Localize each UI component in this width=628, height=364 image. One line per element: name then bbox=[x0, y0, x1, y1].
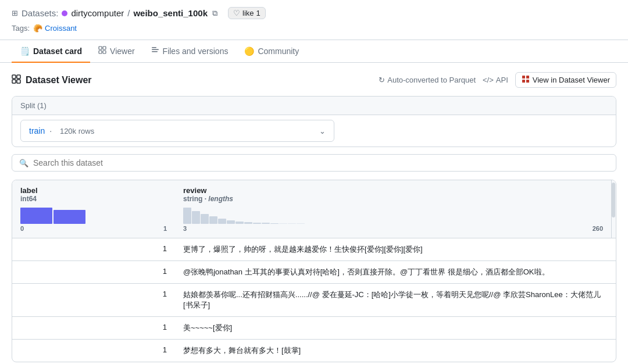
svg-rect-9 bbox=[12, 80, 16, 83]
tab-files-label: Files and versions bbox=[163, 47, 229, 56]
review-cell-3: 美~~~~~[爱你] bbox=[175, 317, 611, 340]
breadcrumb-sep: / bbox=[127, 8, 130, 18]
svg-rect-1 bbox=[103, 47, 106, 49]
review-axis-max: 260 bbox=[593, 225, 603, 232]
viewer-grid-icon bbox=[12, 74, 21, 86]
scrollbar-col bbox=[611, 180, 616, 238]
svg-rect-14 bbox=[526, 80, 529, 83]
rev-hist-10 bbox=[270, 223, 279, 224]
label-cell-3: 1 bbox=[12, 317, 175, 340]
label-value-4: 1 bbox=[163, 345, 167, 354]
dataset-viewer-header: Dataset Viewer ↻ Auto-converted to Parqu… bbox=[12, 72, 616, 88]
rev-hist-2 bbox=[201, 214, 209, 224]
table-row: 1 梦想有多大，舞台就有多大！[鼓掌] bbox=[12, 340, 616, 362]
row-scrollbar-4 bbox=[611, 340, 616, 362]
label-value-1: 1 bbox=[163, 267, 167, 276]
tag-croissant[interactable]: 🥐 Croissant bbox=[33, 24, 77, 33]
croissant-icon: 🥐 bbox=[33, 24, 42, 33]
rev-hist-0 bbox=[183, 208, 191, 224]
scrollbar-thumb[interactable] bbox=[612, 183, 615, 217]
split-name: train bbox=[29, 126, 45, 135]
col-review-type: string · lengths bbox=[183, 195, 603, 203]
viewer-icon bbox=[98, 46, 106, 56]
datasets-icon: ⊞ bbox=[12, 9, 18, 17]
search-bar: 🔍 bbox=[12, 154, 616, 172]
row-scrollbar-3 bbox=[611, 317, 616, 340]
review-histogram bbox=[183, 206, 603, 224]
svg-rect-10 bbox=[17, 80, 20, 83]
like-count: 1 bbox=[256, 9, 261, 17]
copy-icon[interactable]: ⧉ bbox=[212, 9, 217, 18]
svg-rect-0 bbox=[99, 47, 102, 49]
tab-viewer[interactable]: Viewer bbox=[90, 40, 143, 63]
breadcrumb-repo[interactable]: weibo_senti_100k bbox=[133, 8, 208, 18]
axis-max: 1 bbox=[163, 225, 167, 232]
col-header-review: review string · lengths bbox=[175, 180, 611, 238]
breadcrumb-user[interactable]: dirtycomputer bbox=[71, 8, 124, 18]
datasets-label: Datasets: bbox=[22, 8, 58, 18]
rev-hist-4 bbox=[218, 219, 226, 224]
view-in-dataset-viewer-button[interactable]: View in Dataset Viewer bbox=[515, 72, 616, 88]
tab-dataset-card-label: Dataset card bbox=[33, 47, 82, 56]
tab-dataset-card[interactable]: 🗒️ Dataset card bbox=[12, 41, 90, 63]
tag-name: Croissant bbox=[45, 24, 77, 33]
label-cell-0: 1 bbox=[12, 238, 175, 261]
rev-hist-8 bbox=[253, 223, 261, 224]
review-cell-2: 姑娘都羡慕你呢...还有招财猫高兴......//@ 爱在蔓延-JC：[哈哈]小… bbox=[175, 284, 611, 317]
rev-hist-13 bbox=[297, 223, 305, 224]
split-dot-sep: · bbox=[49, 126, 52, 135]
api-label: API bbox=[496, 76, 508, 84]
label-value-0: 1 bbox=[163, 244, 167, 253]
review-cell-4: 梦想有多大，舞台就有多大！[鼓掌] bbox=[175, 340, 611, 362]
tab-files-versions[interactable]: Files and versions bbox=[143, 40, 237, 63]
axis-min: 0 bbox=[20, 225, 24, 232]
like-label: like bbox=[242, 9, 254, 17]
search-icon: 🔍 bbox=[19, 159, 28, 167]
api-action[interactable]: </> API bbox=[483, 76, 508, 84]
svg-rect-4 bbox=[152, 47, 156, 48]
rev-hist-11 bbox=[279, 223, 287, 224]
label-value-3: 1 bbox=[163, 323, 167, 331]
row-scrollbar-1 bbox=[611, 261, 616, 284]
dataset-viewer-actions: ↻ Auto-converted to Parquet </> API View… bbox=[379, 72, 616, 88]
rev-hist-5 bbox=[227, 220, 235, 224]
data-table: label int64 0 1 revi bbox=[12, 180, 616, 362]
tabs-bar: 🗒️ Dataset card Viewer Files and version… bbox=[0, 40, 628, 63]
data-table-container: label int64 0 1 revi bbox=[12, 180, 616, 362]
col-header-label: label int64 0 1 bbox=[12, 180, 175, 238]
svg-rect-3 bbox=[103, 51, 106, 53]
svg-rect-5 bbox=[152, 49, 159, 51]
split-header: Split (1) bbox=[12, 97, 616, 115]
view-btn-grid-icon bbox=[522, 75, 530, 85]
split-rows: 120k rows bbox=[60, 127, 94, 135]
label-axis: 0 1 bbox=[20, 225, 167, 232]
search-input[interactable] bbox=[33, 158, 609, 167]
dataset-viewer-title: Dataset Viewer bbox=[12, 74, 92, 86]
table-row: 1 姑娘都羡慕你呢...还有招财猫高兴......//@ 爱在蔓延-JC：[哈哈… bbox=[12, 284, 616, 317]
svg-rect-2 bbox=[99, 51, 102, 53]
split-select-dropdown[interactable]: train · 120k rows ⌄ bbox=[20, 120, 334, 142]
view-btn-label: View in Dataset Viewer bbox=[533, 76, 610, 84]
split-section: Split (1) train · 120k rows ⌄ bbox=[12, 96, 616, 147]
svg-rect-6 bbox=[152, 51, 158, 52]
hist-bar-1 bbox=[53, 210, 85, 224]
row-scrollbar-2 bbox=[611, 284, 616, 317]
rev-hist-6 bbox=[236, 222, 244, 224]
svg-rect-13 bbox=[522, 80, 525, 83]
svg-rect-7 bbox=[12, 75, 16, 78]
code-icon: </> bbox=[483, 76, 494, 84]
table-row: 1 @张晚鸭jonathan 土耳其的事要认真对待[哈哈]，否则直接开除。@丁丁… bbox=[12, 261, 616, 284]
rev-hist-12 bbox=[288, 223, 296, 224]
scrollbar-track bbox=[611, 180, 616, 238]
tags-label: Tags: bbox=[12, 24, 30, 33]
rev-hist-7 bbox=[244, 222, 252, 224]
svg-rect-8 bbox=[17, 75, 20, 78]
user-color-dot bbox=[62, 10, 67, 16]
auto-converted-action[interactable]: ↻ Auto-converted to Parquet bbox=[379, 76, 476, 84]
like-button[interactable]: ♡ like 1 bbox=[228, 7, 266, 19]
review-axis-min: 3 bbox=[183, 225, 187, 232]
tab-community-label: Community bbox=[258, 47, 299, 56]
label-cell-2: 1 bbox=[12, 284, 175, 317]
tab-community[interactable]: 🟡 Community bbox=[236, 41, 307, 63]
review-cell-0: 更博了，爆照了，帅的呀，就是越来越爱你！生快俊抔[爱你][爱你][爱你] bbox=[175, 238, 611, 261]
